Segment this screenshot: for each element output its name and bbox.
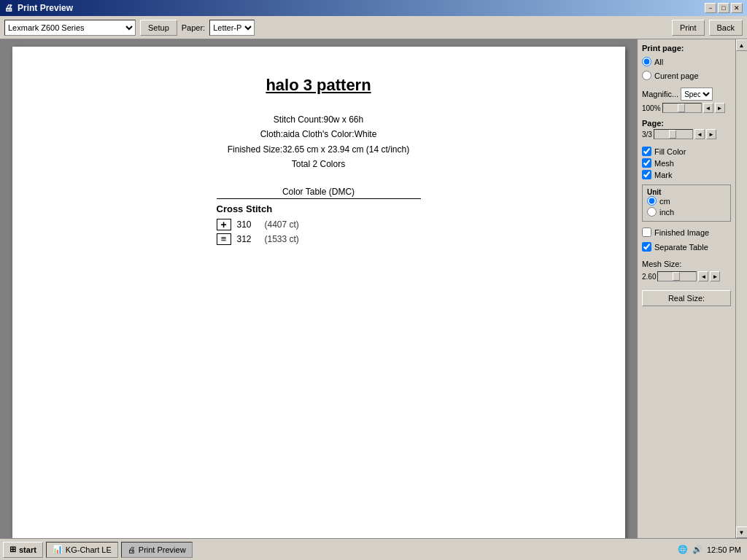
cm-radio-row: cm	[647, 196, 726, 206]
zoom-slider[interactable]	[662, 103, 702, 113]
inch-radio[interactable]	[647, 207, 657, 217]
cm-label: cm	[659, 197, 670, 206]
printer-dropdown[interactable]: Lexmark Z600 Series	[4, 20, 136, 36]
close-button[interactable]: ✕	[731, 3, 743, 13]
magnific-select[interactable]: Speci	[681, 88, 713, 101]
scroll-up-btn[interactable]: ▲	[736, 39, 748, 51]
taskbar-right: 🌐 🔊 12:50 PM	[678, 545, 744, 554]
setup-button[interactable]: Setup	[140, 20, 177, 36]
mesh-row: Mesh	[642, 158, 731, 168]
all-radio-row: All	[642, 57, 731, 66]
taskbar-kg-chart[interactable]: 📊 KG-Chart LE	[46, 542, 118, 558]
current-page-label: Curent page	[654, 71, 699, 80]
page-prev-btn[interactable]: ◄	[694, 129, 705, 139]
title-bar: 🖨 Print Preview − □ ✕	[0, 0, 747, 16]
mesh-next-btn[interactable]: ►	[710, 271, 720, 281]
color-table-title: Color Table (DMC)	[217, 187, 421, 199]
preview-paper: halo 3 pattern Stitch Count:90w x 66h Cl…	[12, 47, 625, 538]
separate-table-checkbox[interactable]	[642, 242, 651, 252]
color-number-2: 312	[237, 234, 259, 244]
magnific-row: Magnific... Speci	[642, 88, 731, 101]
cross-stitch-label: Cross Stitch	[217, 203, 421, 214]
swatch-310: +	[217, 219, 231, 230]
print-button[interactable]: Print	[672, 20, 705, 36]
printer-icon: 🖨	[4, 3, 13, 13]
page-next-btn[interactable]: ►	[706, 129, 716, 139]
inch-radio-row: inch	[647, 207, 726, 217]
cm-radio[interactable]	[647, 196, 657, 206]
scroll-down-btn[interactable]: ▼	[736, 526, 748, 538]
fill-color-label: Fill Color	[654, 147, 686, 156]
title-bar-text: 🖨 Print Preview	[4, 3, 73, 13]
color-row-1: + 310 (4407 ct)	[217, 219, 421, 230]
finished-image-checkbox[interactable]	[642, 228, 651, 237]
mesh-size-thumb	[673, 272, 680, 281]
maximize-button[interactable]: □	[718, 3, 729, 13]
zoom-next-btn[interactable]: ►	[715, 103, 725, 113]
print-preview-label: Print Preview	[139, 545, 186, 554]
separate-table-row: Separate Table	[642, 242, 731, 252]
toolbar: Lexmark Z600 Series Setup Paper: Letter-…	[0, 16, 747, 39]
taskbar-print-preview[interactable]: 🖨 Print Preview	[121, 542, 193, 558]
current-page-radio[interactable]	[642, 71, 651, 80]
mesh-prev-btn[interactable]: ◄	[698, 271, 708, 281]
options-section: Fill Color Mesh Mark	[642, 147, 731, 182]
start-button[interactable]: ⊞ start	[3, 542, 43, 558]
volume-icon: 🔊	[692, 545, 703, 554]
preview-area[interactable]: halo 3 pattern Stitch Count:90w x 66h Cl…	[0, 39, 637, 538]
mesh-size-slider[interactable]	[657, 271, 697, 281]
color-table: Color Table (DMC) Cross Stitch + 310 (44…	[217, 187, 421, 245]
mesh-size-value: 2.60	[642, 273, 656, 281]
mark-checkbox[interactable]	[642, 170, 651, 179]
stitch-count: Stitch Count:90w x 66h	[56, 112, 581, 127]
zoom-value: 100%	[642, 104, 661, 112]
page-row: 3/3 ◄ ►	[642, 129, 731, 139]
clock: 12:50 PM	[707, 545, 741, 554]
mark-label: Mark	[654, 171, 672, 179]
print-preview-icon: 🖨	[128, 545, 136, 554]
finished-image-row: Finished Image	[642, 228, 731, 237]
unit-legend: Unit	[647, 188, 726, 196]
network-icon: 🌐	[678, 545, 688, 554]
inch-label: inch	[659, 208, 674, 217]
mesh-label: Mesh	[654, 159, 674, 168]
mesh-size-section: Mesh Size: 2.60 ◄ ►	[642, 260, 731, 281]
mark-row: Mark	[642, 170, 731, 179]
fill-color-checkbox[interactable]	[642, 147, 651, 156]
mesh-checkbox[interactable]	[642, 158, 651, 168]
start-label: start	[19, 545, 36, 554]
mesh-size-label-row: Mesh Size:	[642, 260, 731, 268]
magnific-label: Magnific...	[642, 90, 678, 98]
zoom-thumb	[678, 104, 685, 112]
page-section-label: Page:	[642, 119, 731, 128]
cloth-info: Cloth:aida Cloth's Color:White	[56, 127, 581, 141]
right-panel: Print page: All Curent page Magnific... …	[637, 39, 735, 538]
main-area: halo 3 pattern Stitch Count:90w x 66h Cl…	[0, 39, 747, 538]
kg-chart-label: KG-Chart LE	[66, 545, 112, 554]
taskbar: ⊞ start 📊 KG-Chart LE 🖨 Print Preview 🌐 …	[0, 538, 747, 560]
page-thumb	[669, 130, 676, 139]
minimize-button[interactable]: −	[705, 3, 716, 13]
page-section: Page: 3/3 ◄ ►	[642, 119, 731, 139]
windows-icon: ⊞	[9, 545, 16, 554]
title-bar-controls: − □ ✕	[705, 3, 743, 13]
zoom-prev-btn[interactable]: ◄	[703, 103, 713, 113]
current-page-radio-row: Curent page	[642, 71, 731, 80]
zoom-row: 100% ◄ ►	[642, 103, 731, 113]
preview-info: Stitch Count:90w x 66h Cloth:aida Cloth'…	[56, 112, 581, 172]
color-count-2: (1533 ct)	[265, 234, 299, 244]
vertical-scrollbar[interactable]: ▲ ▼	[735, 39, 747, 538]
mesh-size-label: Mesh Size:	[642, 260, 681, 268]
all-radio[interactable]	[642, 57, 651, 66]
paper-dropdown[interactable]: Letter-P	[209, 20, 255, 36]
all-label: All	[654, 58, 663, 66]
magnific-section: Magnific... Speci 100% ◄ ►	[642, 88, 731, 113]
finished-size: Finished Size:32.65 cm x 23.94 cm (14 ct…	[56, 142, 581, 157]
back-button[interactable]: Back	[709, 20, 743, 36]
mesh-size-row: 2.60 ◄ ►	[642, 271, 731, 281]
printer-selector: Lexmark Z600 Series	[4, 20, 136, 36]
page-slider[interactable]	[654, 129, 693, 139]
real-size-button[interactable]: Real Size:	[642, 290, 731, 306]
total-colors: Total 2 Colors	[56, 157, 581, 171]
swatch-312: ≡	[217, 233, 231, 245]
